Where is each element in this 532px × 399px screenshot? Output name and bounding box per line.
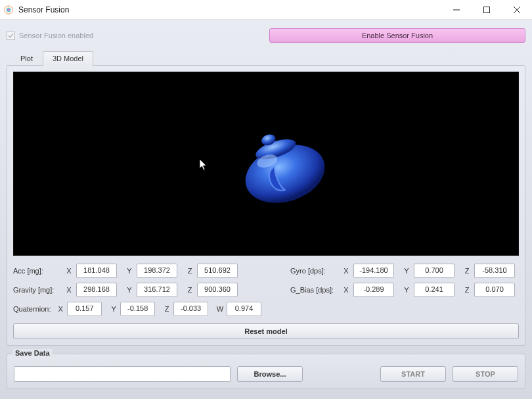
row-gyro: Gyro [dps]: X-194.180 Y0.700 Z-58.310: [290, 264, 523, 278]
start-button[interactable]: START: [380, 366, 446, 382]
label-gravity: Gravity [mg]:: [13, 286, 64, 294]
gbias-z-value[interactable]: 0.070: [474, 283, 515, 297]
window-title: Sensor Fusion: [18, 5, 441, 14]
tab-plot[interactable]: Plot: [11, 51, 43, 66]
label-gyro: Gyro [dps]:: [290, 267, 342, 275]
acc-z-value[interactable]: 510.692: [197, 264, 238, 278]
tab-3d-model[interactable]: 3D Model: [43, 51, 93, 66]
app-icon: [4, 5, 13, 14]
quat-z-value[interactable]: -0.033: [173, 302, 208, 316]
gyro-z-value[interactable]: -58.310: [474, 264, 515, 278]
gyro-y-value[interactable]: 0.700: [414, 264, 454, 278]
checkbox-icon: [7, 32, 15, 40]
close-button[interactable]: [502, 0, 532, 20]
quat-w-value[interactable]: 0.974: [227, 302, 261, 316]
gravity-x-value[interactable]: 298.168: [76, 283, 117, 297]
row-gbias: G_Bias [dps]: X-0.289 Y0.241 Z0.070: [290, 283, 523, 297]
row-acc: Acc [mg]: X181.048 Y198.372 Z510.692: [13, 264, 269, 278]
tabs: Plot 3D Model: [7, 51, 525, 65]
row-quaternion: Quaternion: X0.157 Y-0.158 Z-0.033 W0.97…: [13, 302, 269, 316]
maximize-button[interactable]: [472, 0, 502, 20]
quat-y-value[interactable]: -0.158: [120, 302, 155, 316]
label-gbias: G_Bias [dps]:: [290, 286, 342, 294]
gyro-x-value[interactable]: -194.180: [353, 264, 394, 278]
browse-button[interactable]: Browse...: [237, 366, 303, 382]
quat-x-value[interactable]: 0.157: [67, 302, 102, 316]
enable-sensor-fusion-button[interactable]: Enable Sensor Fusion: [269, 28, 525, 43]
gbias-x-value[interactable]: -0.289: [353, 283, 394, 297]
reset-model-button[interactable]: Reset model: [13, 323, 519, 339]
titlebar: Sensor Fusion: [0, 0, 532, 20]
save-data-label: Save Data: [12, 349, 53, 357]
acc-x-value[interactable]: 181.048: [76, 264, 117, 278]
teapot-model: [231, 118, 336, 217]
3d-viewport[interactable]: [13, 72, 519, 256]
svg-point-2: [7, 9, 10, 11]
sensor-fusion-enabled-checkbox: Sensor Fusion enabled: [7, 32, 93, 40]
gravity-z-value[interactable]: 900.360: [197, 283, 238, 297]
label-quaternion: Quaternion:: [13, 305, 56, 313]
cursor-icon: [200, 159, 209, 171]
save-data-group: Save Data Browse... START STOP: [7, 354, 525, 389]
acc-y-value[interactable]: 198.372: [137, 264, 177, 278]
tab-pane-3d-model: Acc [mg]: X181.048 Y198.372 Z510.692 Gra…: [7, 65, 525, 346]
svg-rect-4: [484, 7, 490, 12]
row-gravity: Gravity [mg]: X298.168 Y316.712 Z900.360: [13, 283, 269, 297]
minimize-button[interactable]: [441, 0, 472, 20]
content-area: Sensor Fusion enabled Enable Sensor Fusi…: [0, 20, 532, 399]
gbias-y-value[interactable]: 0.241: [414, 283, 454, 297]
save-path-input[interactable]: [14, 366, 231, 382]
checkbox-label: Sensor Fusion enabled: [19, 32, 93, 39]
label-acc: Acc [mg]:: [13, 267, 64, 275]
stop-button[interactable]: STOP: [453, 366, 518, 382]
gravity-y-value[interactable]: 316.712: [137, 283, 177, 297]
